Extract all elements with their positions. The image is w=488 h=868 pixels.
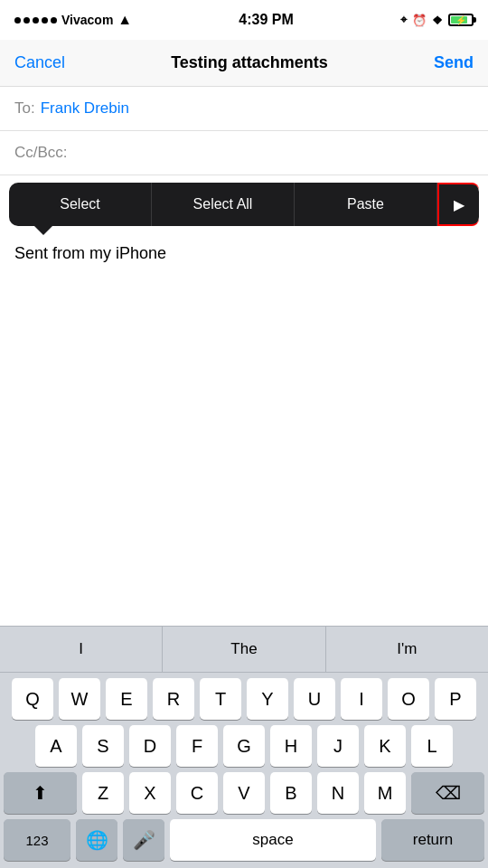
key-m[interactable]: M (364, 772, 406, 814)
context-menu: Select Select All Paste ▶ (9, 183, 479, 226)
key-y[interactable]: Y (247, 678, 288, 720)
carrier-label: Vivacom (61, 13, 113, 27)
shift-key[interactable]: ⬆ (4, 772, 77, 814)
key-i[interactable]: I (341, 678, 382, 720)
space-key[interactable]: space (170, 819, 376, 861)
cancel-button[interactable]: Cancel (14, 53, 65, 72)
location-icon: ⌖ (400, 13, 407, 27)
key-g[interactable]: G (223, 725, 265, 767)
bluetooth-icon: ❖ (432, 14, 443, 27)
globe-key[interactable]: 🌐 (76, 819, 117, 861)
battery-icon: ⚡ (448, 14, 474, 26)
status-right: ⌖ ⏰ ❖ ⚡ (400, 13, 474, 27)
key-t[interactable]: T (200, 678, 241, 720)
key-row-2: A S D F G H J K L (0, 720, 488, 767)
to-field[interactable]: To: Frank Drebin (0, 87, 488, 131)
send-button[interactable]: Send (434, 53, 474, 72)
select-all-button[interactable]: Select All (152, 183, 295, 226)
key-w[interactable]: W (59, 678, 100, 720)
status-left: Vivacom ▲ (14, 12, 132, 28)
context-menu-container: Select Select All Paste ▶ (0, 175, 488, 226)
key-n[interactable]: N (317, 772, 359, 814)
to-label: To: (14, 99, 35, 118)
mail-body[interactable]: Sent from my iPhone (0, 226, 488, 353)
cc-field[interactable]: Cc/Bcc: (0, 131, 488, 175)
alarm-icon: ⏰ (412, 14, 427, 27)
select-button[interactable]: Select (9, 183, 152, 226)
return-key[interactable]: return (381, 819, 484, 861)
delete-key[interactable]: ⌫ (411, 772, 484, 814)
autocomplete-i[interactable]: I (0, 627, 163, 672)
to-value[interactable]: Frank Drebin (41, 99, 129, 118)
key-row-3: ⬆ Z X C V B N M ⌫ (0, 767, 488, 814)
cc-label: Cc/Bcc: (14, 144, 68, 162)
more-button[interactable]: ▶ (437, 183, 479, 226)
key-x[interactable]: X (129, 772, 171, 814)
key-b[interactable]: B (270, 772, 312, 814)
key-q[interactable]: Q (12, 678, 53, 720)
autocomplete-bar: I The I'm (0, 626, 488, 673)
key-h[interactable]: H (270, 725, 312, 767)
numbers-key[interactable]: 123 (4, 819, 70, 861)
key-f[interactable]: F (176, 725, 218, 767)
key-p[interactable]: P (435, 678, 476, 720)
mail-fields: To: Frank Drebin Cc/Bcc: (0, 87, 488, 175)
key-a[interactable]: A (35, 725, 77, 767)
arrow-right-icon: ▶ (454, 196, 465, 213)
key-row-4: 123 🌐 🎤 space return (0, 814, 488, 868)
key-r[interactable]: R (153, 678, 194, 720)
time-label: 4:39 PM (239, 12, 293, 28)
wifi-icon: ▲ (117, 12, 132, 28)
key-s[interactable]: S (82, 725, 124, 767)
key-l[interactable]: L (411, 725, 453, 767)
status-bar: Vivacom ▲ 4:39 PM ⌖ ⏰ ❖ ⚡ (0, 0, 488, 40)
key-u[interactable]: U (294, 678, 335, 720)
key-d[interactable]: D (129, 725, 171, 767)
keyboard[interactable]: I The I'm Q W E R T Y U I O P A S D F G … (0, 626, 488, 868)
autocomplete-im[interactable]: I'm (326, 627, 488, 672)
nav-bar: Cancel Testing attachments Send (0, 40, 488, 87)
signal-dots (14, 17, 57, 24)
key-c[interactable]: C (176, 772, 218, 814)
autocomplete-the[interactable]: The (163, 627, 325, 672)
key-z[interactable]: Z (82, 772, 124, 814)
key-j[interactable]: J (317, 725, 359, 767)
key-o[interactable]: O (388, 678, 429, 720)
key-v[interactable]: V (223, 772, 265, 814)
nav-title: Testing attachments (171, 53, 328, 72)
key-row-1: Q W E R T Y U I O P (0, 673, 488, 720)
mail-body-text: Sent from my iPhone (14, 244, 166, 262)
key-e[interactable]: E (106, 678, 147, 720)
paste-button[interactable]: Paste (295, 183, 437, 226)
mic-key[interactable]: 🎤 (123, 819, 164, 861)
key-k[interactable]: K (364, 725, 406, 767)
